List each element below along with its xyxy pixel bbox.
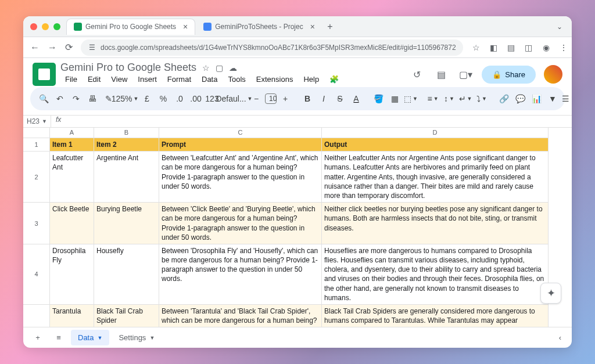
v-align-icon[interactable]: ↕▼ <box>442 91 457 106</box>
col-header[interactable]: A <box>50 128 94 138</box>
add-sheet-button[interactable]: + <box>29 329 46 347</box>
col-header[interactable]: C <box>159 128 322 138</box>
bold-icon[interactable]: B <box>300 91 315 106</box>
row-header[interactable]: 3 <box>23 203 50 244</box>
font-size-increase[interactable]: + <box>278 91 293 106</box>
extension-icon[interactable]: ◉ <box>541 42 551 53</box>
cell[interactable]: Black Tail Crab Spiders are generally co… <box>322 305 549 327</box>
cell[interactable]: Burying Beetle <box>94 203 159 244</box>
cell[interactable]: Between 'Drosophila Fly' and 'Housefly',… <box>159 244 322 305</box>
sheet-tab-menu-icon[interactable]: ▼ <box>149 335 155 341</box>
menu-help[interactable]: Help <box>299 74 324 85</box>
percent-icon[interactable]: % <box>156 91 171 106</box>
currency-icon[interactable]: £ <box>139 91 155 106</box>
menu-insert[interactable]: Insert <box>133 74 162 85</box>
cell[interactable]: Between 'Leafcutter Ant' and 'Argentine … <box>159 152 322 203</box>
zoom-selector[interactable]: 125%▼ <box>117 91 132 106</box>
forward-button[interactable]: → <box>48 42 57 53</box>
cell[interactable]: Item 1 <box>50 138 94 152</box>
browser-tab-sheets[interactable]: Gemini Pro to Google Sheets × <box>66 19 195 35</box>
document-title[interactable]: Gemini Pro to Google Sheets <box>60 62 196 74</box>
menu-view[interactable]: View <box>106 74 132 85</box>
borders-icon[interactable]: ▦ <box>387 91 402 106</box>
strikethrough-icon[interactable]: S <box>332 91 347 106</box>
row-header[interactable]: 4 <box>23 244 50 305</box>
merge-icon[interactable]: ⬚▼ <box>403 91 418 106</box>
italic-icon[interactable]: I <box>316 91 331 106</box>
tab-overflow-icon[interactable]: ⌄ <box>554 20 565 33</box>
menu-extensions[interactable]: Extensions <box>252 74 298 85</box>
wrap-icon[interactable]: ↵▼ <box>458 91 473 106</box>
menu-format[interactable]: Format <box>163 74 196 85</box>
url-input[interactable]: ☰ docs.google.com/spreadsheets/d/1G4weTr… <box>81 39 463 56</box>
cloud-icon[interactable]: ☁ <box>229 63 237 73</box>
share-button[interactable]: 🔒 Share <box>482 66 536 84</box>
sheets-logo[interactable] <box>33 63 56 86</box>
site-info-icon[interactable]: ☰ <box>88 44 96 52</box>
cell[interactable]: Output <box>322 138 549 152</box>
browser-tab-appsscript[interactable]: GeminiProToSheets - Projec × <box>196 19 322 35</box>
search-icon[interactable]: 🔍 <box>36 91 51 106</box>
cell[interactable]: Between 'Tarantula' and 'Black Tail Crab… <box>159 305 322 327</box>
account-avatar[interactable] <box>544 65 562 84</box>
cell[interactable]: Neither Leafcutter Ants nor Argentine An… <box>322 152 549 203</box>
cell[interactable]: Leafcutter Ant <box>50 152 94 203</box>
menu-edit[interactable]: Edit <box>83 74 105 85</box>
text-color-icon[interactable]: A <box>349 91 364 106</box>
undo-icon[interactable]: ↶ <box>52 91 67 106</box>
meet-icon[interactable]: ▢▾ <box>457 66 474 82</box>
filter-views-icon[interactable]: ☰▼ <box>561 91 572 106</box>
extension-icon[interactable]: ▤ <box>506 42 517 53</box>
cell[interactable]: Housefly <box>94 244 159 305</box>
menu-tools[interactable]: Tools <box>223 74 250 85</box>
cell[interactable]: Black Tail Crab Spider <box>94 305 159 327</box>
overflow-icon[interactable]: ⋮ <box>558 42 569 53</box>
sheet-tab-data[interactable]: Data▼ <box>71 330 109 345</box>
cell[interactable]: Neither click beetles nor burying beetle… <box>322 203 549 244</box>
filter-icon[interactable]: ▼ <box>545 91 560 106</box>
link-icon[interactable]: 🔗 <box>496 91 511 106</box>
redo-icon[interactable]: ↷ <box>69 91 84 106</box>
row-header[interactable]: 2 <box>23 152 50 203</box>
h-align-icon[interactable]: ≡▼ <box>425 91 440 106</box>
fill-color-icon[interactable]: 🪣 <box>371 91 386 106</box>
move-icon[interactable]: ▢ <box>216 63 223 73</box>
cell[interactable]: Argentine Ant <box>94 152 159 203</box>
cell[interactable]: Prompt <box>159 138 322 152</box>
rotate-icon[interactable]: ⤵▼ <box>474 91 489 106</box>
back-button[interactable]: ← <box>30 42 40 53</box>
all-sheets-button[interactable]: ≡ <box>50 329 67 347</box>
name-box[interactable]: H23▼ <box>23 116 51 127</box>
star-icon[interactable]: ☆ <box>471 42 482 53</box>
cell[interactable]: Drosophila Fly <box>50 244 94 305</box>
extension-icon[interactable]: ◫ <box>524 42 534 53</box>
font-size-decrease[interactable]: − <box>249 91 264 106</box>
comment-icon[interactable]: 💬 <box>512 91 528 106</box>
chart-icon[interactable]: 📊 <box>529 91 544 106</box>
star-icon[interactable]: ☆ <box>202 63 210 73</box>
select-all-cell[interactable] <box>23 128 50 138</box>
font-size-input[interactable]: 10 <box>265 93 277 104</box>
cell[interactable]: Houseflies are more dangerous to humans … <box>322 244 549 305</box>
cell[interactable]: Click Beetle <box>50 203 94 244</box>
new-tab-button[interactable]: + <box>323 20 337 34</box>
row-header[interactable]: 1 <box>23 138 50 152</box>
menu-file[interactable]: File <box>60 74 82 85</box>
close-tab-icon[interactable]: × <box>310 22 315 31</box>
col-header[interactable]: B <box>94 128 159 138</box>
cell[interactable]: Item 2 <box>94 138 159 152</box>
col-header[interactable]: D <box>322 128 549 138</box>
explore-button[interactable]: ✦ <box>540 283 561 304</box>
extension-icon[interactable]: ◧ <box>489 42 499 53</box>
increase-decimal-icon[interactable]: .00 <box>188 91 203 106</box>
puzzle-icon[interactable]: 🧩 <box>325 74 343 85</box>
close-tab-icon[interactable]: × <box>183 22 188 31</box>
history-icon[interactable]: ↺ <box>408 66 425 82</box>
row-header[interactable]: 5 <box>23 305 50 327</box>
spreadsheet-grid[interactable]: A B C D 1 Item 1 Item 2 Prompt Output 2L… <box>23 128 572 327</box>
scroll-left-icon[interactable]: ‹ <box>554 333 566 342</box>
reload-button[interactable]: ⟳ <box>65 42 73 53</box>
formula-input[interactable]: fx <box>51 116 572 127</box>
comments-icon[interactable]: ▤ <box>433 66 449 82</box>
cell[interactable]: Between 'Click Beetle' and 'Burying Beet… <box>159 203 322 244</box>
